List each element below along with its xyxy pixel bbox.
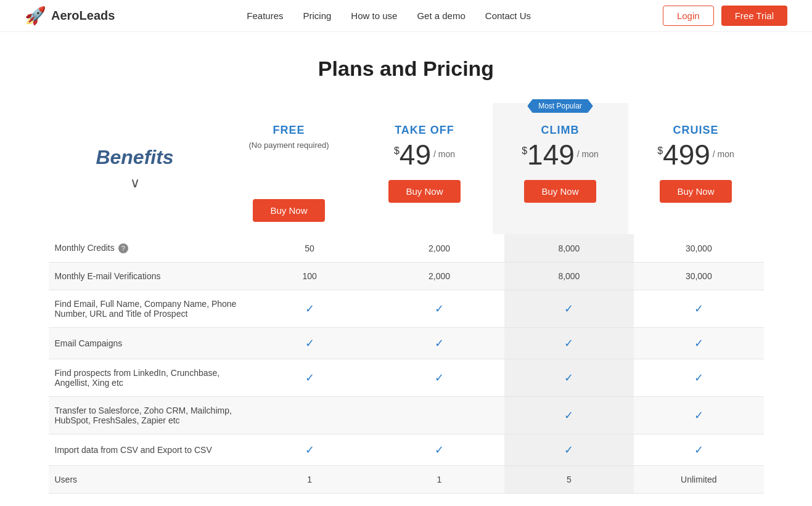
freetrial-button[interactable]: Free Trial	[721, 6, 787, 26]
table-row: Email Campaigns✓✓✓✓	[49, 328, 764, 359]
table-cell-7-0: 1	[245, 466, 374, 494]
check-icon: ✓	[305, 372, 314, 384]
table-cell-3-3: ✓	[634, 328, 763, 359]
table-row: Find Email, Full Name, Company Name, Pho…	[49, 290, 764, 328]
check-icon: ✓	[435, 337, 444, 349]
benefit-cell-1: Monthly E-mail Verifications	[49, 263, 245, 290]
plan-price-takeoff: $ 49 / mon	[394, 141, 455, 169]
table-cell-2-1: ✓	[374, 290, 504, 328]
plan-name-takeoff: TAKE OFF	[395, 124, 454, 137]
main-content: Plans and Pricing Benefits ∨ FREE(No pay…	[36, 32, 776, 506]
check-icon: ✓	[564, 372, 573, 384]
table-cell-7-1: 1	[374, 466, 504, 494]
nav-links: FeaturesPricingHow to useGet a demoConta…	[247, 10, 531, 21]
table-cell-6-0: ✓	[245, 435, 374, 466]
chevron-down-icon[interactable]: ∨	[130, 175, 140, 191]
logo-link[interactable]: 🚀 AeroLeads	[25, 6, 115, 26]
table-cell-4-3: ✓	[634, 359, 763, 397]
price-period-climb: / mon	[577, 149, 599, 159]
plan-name-free: FREE	[273, 124, 305, 137]
buynow-btn-climb[interactable]: Buy Now	[524, 180, 596, 203]
price-dollar-climb: $	[522, 145, 527, 157]
plan-col-takeoff: TAKE OFF $ 49 / mon Buy Now	[357, 103, 493, 234]
check-icon: ✓	[305, 337, 314, 349]
benefits-cell: Benefits ∨	[49, 103, 221, 234]
pricing-header: Benefits ∨ FREE(No payment required)Buy …	[49, 103, 764, 234]
check-icon: ✓	[564, 409, 573, 422]
nav-link-contact-us[interactable]: Contact Us	[485, 10, 531, 21]
benefits-label: Benefits	[96, 146, 173, 169]
table-cell-2-0: ✓	[245, 290, 374, 328]
benefit-cell-5: Transfer to Salesforce, Zoho CRM, Mailch…	[49, 397, 245, 435]
buynow-btn-cruise[interactable]: Buy Now	[660, 180, 731, 203]
price-amount-cruise: 499	[663, 141, 710, 169]
plan-price-cruise: $ 499 / mon	[657, 141, 734, 169]
login-button[interactable]: Login	[663, 6, 714, 26]
nav-link-how-to-use[interactable]: How to use	[351, 10, 397, 21]
table-row: Find prospects from LinkedIn, Crunchbase…	[49, 359, 764, 397]
table-cell-0-0: 50	[245, 234, 374, 263]
check-icon: ✓	[435, 444, 444, 456]
table-cell-0-2: 8,000	[504, 234, 634, 263]
table-cell-2-2: ✓	[504, 290, 634, 328]
check-icon: ✓	[435, 303, 444, 315]
buynow-btn-takeoff[interactable]: Buy Now	[388, 180, 460, 203]
price-dollar-cruise: $	[657, 145, 663, 157]
table-cell-0-1: 2,000	[374, 234, 504, 263]
price-amount-takeoff: 49	[400, 141, 431, 169]
nav-link-features[interactable]: Features	[247, 10, 283, 21]
table-cell-0-3: 30,000	[634, 234, 763, 263]
plan-name-climb: CLIMB	[541, 124, 580, 137]
table-cell-1-3: 30,000	[634, 263, 763, 290]
table-cell-4-1: ✓	[374, 359, 504, 397]
check-icon: ✓	[694, 444, 703, 456]
plan-subtitle-free: (No payment required)	[248, 141, 329, 150]
table-row: Transfer to Salesforce, Zoho CRM, Mailch…	[49, 397, 764, 435]
check-icon: ✓	[694, 337, 703, 349]
table-cell-3-2: ✓	[504, 328, 634, 359]
check-icon: ✓	[564, 444, 573, 456]
table-cell-2-3: ✓	[634, 290, 763, 328]
benefit-cell-3: Email Campaigns	[49, 328, 245, 359]
table-cell-5-3: ✓	[634, 397, 763, 435]
table-cell-1-0: 100	[245, 263, 374, 290]
table-cell-7-3: Unlimited	[634, 466, 763, 494]
navbar: 🚀 AeroLeads FeaturesPricingHow to useGet…	[0, 0, 812, 32]
plan-col-cruise: CRUISE $ 499 / mon Buy Now	[628, 103, 764, 234]
nav-link-get-a-demo[interactable]: Get a demo	[417, 10, 465, 21]
table-cell-1-2: 8,000	[504, 263, 634, 290]
help-icon[interactable]: ?	[118, 243, 128, 253]
table-cell-5-2: ✓	[504, 397, 634, 435]
price-period-cruise: / mon	[713, 149, 734, 159]
plan-col-climb: Most PopularCLIMB $ 149 / mon Buy Now	[493, 103, 628, 234]
logo-icon: 🚀	[25, 6, 46, 26]
logo-text: AeroLeads	[51, 9, 115, 23]
table-cell-5-1	[374, 397, 504, 435]
price-amount-climb: 149	[527, 141, 575, 169]
check-icon: ✓	[564, 303, 573, 315]
benefit-cell-4: Find prospects from LinkedIn, Crunchbase…	[49, 359, 245, 397]
most-popular-badge: Most Popular	[527, 99, 593, 113]
table-cell-6-3: ✓	[634, 435, 763, 466]
table-row: Monthly E-mail Verifications1002,0008,00…	[49, 263, 764, 290]
plan-col-free: FREE(No payment required)Buy Now	[221, 103, 357, 234]
table-row: Import data from CSV and Export to CSV✓✓…	[49, 435, 764, 466]
check-icon: ✓	[694, 303, 703, 315]
table-row: Users115Unlimited	[49, 466, 764, 494]
benefit-cell-2: Find Email, Full Name, Company Name, Pho…	[49, 290, 245, 328]
plan-name-cruise: CRUISE	[673, 124, 718, 137]
check-icon: ✓	[694, 372, 703, 384]
table-cell-3-0: ✓	[245, 328, 374, 359]
benefit-cell-7: Users	[49, 466, 245, 494]
table-cell-6-2: ✓	[504, 435, 634, 466]
nav-link-pricing[interactable]: Pricing	[303, 10, 332, 21]
table-cell-7-2: 5	[504, 466, 634, 494]
nav-actions: Login Free Trial	[663, 6, 787, 26]
check-icon: ✓	[435, 372, 444, 384]
page-title: Plans and Pricing	[49, 57, 764, 81]
table-cell-6-1: ✓	[374, 435, 504, 466]
check-icon: ✓	[305, 303, 314, 315]
buynow-btn-free[interactable]: Buy Now	[253, 199, 324, 222]
check-icon: ✓	[694, 409, 703, 422]
table-cell-1-1: 2,000	[374, 263, 504, 290]
